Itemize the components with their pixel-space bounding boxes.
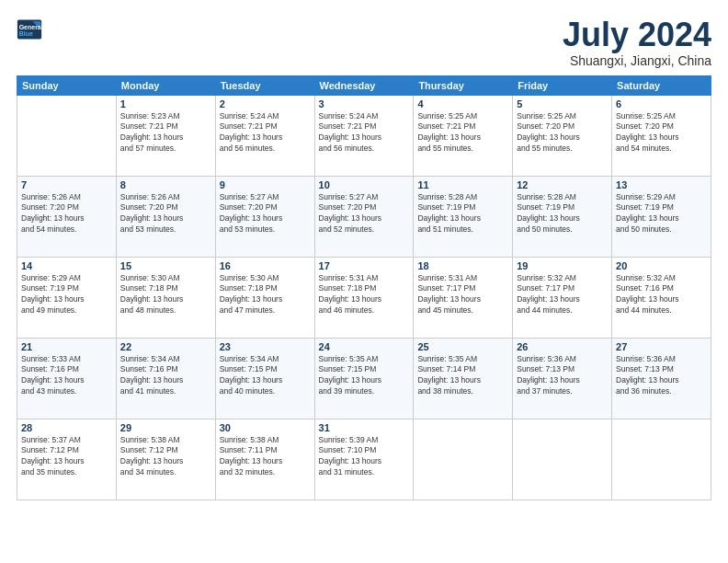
- day-number: 26: [517, 341, 608, 352]
- col-header-tuesday: Tuesday: [215, 75, 314, 95]
- day-number: 28: [21, 422, 112, 433]
- col-header-monday: Monday: [116, 75, 215, 95]
- day-info: Sunrise: 5:24 AM Sunset: 7:21 PM Dayligh…: [220, 111, 311, 155]
- day-cell: 11Sunrise: 5:28 AM Sunset: 7:19 PM Dayli…: [414, 176, 513, 257]
- day-info: Sunrise: 5:38 AM Sunset: 7:12 PM Dayligh…: [120, 435, 211, 479]
- day-info: Sunrise: 5:31 AM Sunset: 7:18 PM Dayligh…: [319, 273, 410, 317]
- week-row-1: 1Sunrise: 5:23 AM Sunset: 7:21 PM Daylig…: [17, 95, 711, 176]
- day-number: 27: [616, 341, 707, 352]
- day-info: Sunrise: 5:23 AM Sunset: 7:21 PM Dayligh…: [120, 111, 211, 155]
- col-header-wednesday: Wednesday: [314, 75, 414, 95]
- day-info: Sunrise: 5:33 AM Sunset: 7:16 PM Dayligh…: [21, 354, 112, 398]
- day-info: Sunrise: 5:35 AM Sunset: 7:15 PM Dayligh…: [319, 354, 410, 398]
- day-number: 31: [319, 422, 410, 433]
- logo-icon: General Blue: [17, 17, 42, 42]
- header: General Blue July 2024 Shuangxi, Jiangxi…: [17, 17, 711, 68]
- day-number: 24: [319, 341, 410, 352]
- day-cell: [612, 419, 711, 500]
- day-info: Sunrise: 5:27 AM Sunset: 7:20 PM Dayligh…: [319, 192, 410, 236]
- day-info: Sunrise: 5:34 AM Sunset: 7:15 PM Dayligh…: [220, 354, 311, 398]
- svg-text:General: General: [19, 24, 42, 30]
- day-info: Sunrise: 5:27 AM Sunset: 7:20 PM Dayligh…: [220, 192, 311, 236]
- day-cell: [17, 95, 117, 176]
- day-cell: 10Sunrise: 5:27 AM Sunset: 7:20 PM Dayli…: [314, 176, 414, 257]
- day-number: 15: [120, 260, 211, 271]
- week-row-3: 14Sunrise: 5:29 AM Sunset: 7:19 PM Dayli…: [17, 257, 711, 338]
- day-info: Sunrise: 5:28 AM Sunset: 7:19 PM Dayligh…: [517, 192, 608, 236]
- day-number: 21: [21, 341, 112, 352]
- day-cell: 24Sunrise: 5:35 AM Sunset: 7:15 PM Dayli…: [314, 338, 414, 419]
- day-cell: 15Sunrise: 5:30 AM Sunset: 7:18 PM Dayli…: [116, 257, 215, 338]
- day-number: 10: [319, 179, 410, 190]
- day-number: 25: [417, 341, 508, 352]
- day-number: 7: [21, 179, 112, 190]
- day-cell: [513, 419, 612, 500]
- day-number: 8: [120, 179, 211, 190]
- day-number: 18: [417, 260, 508, 271]
- title-block: July 2024 Shuangxi, Jiangxi, China: [563, 17, 711, 68]
- day-number: 12: [517, 179, 608, 190]
- day-number: 13: [616, 179, 707, 190]
- day-cell: 1Sunrise: 5:23 AM Sunset: 7:21 PM Daylig…: [116, 95, 215, 176]
- day-cell: 5Sunrise: 5:25 AM Sunset: 7:20 PM Daylig…: [513, 95, 612, 176]
- day-cell: 25Sunrise: 5:35 AM Sunset: 7:14 PM Dayli…: [414, 338, 513, 419]
- location-title: Shuangxi, Jiangxi, China: [563, 53, 711, 68]
- day-cell: 23Sunrise: 5:34 AM Sunset: 7:15 PM Dayli…: [215, 338, 314, 419]
- day-number: 1: [120, 98, 211, 109]
- month-title: July 2024: [563, 17, 711, 53]
- day-info: Sunrise: 5:26 AM Sunset: 7:20 PM Dayligh…: [21, 192, 112, 236]
- day-info: Sunrise: 5:32 AM Sunset: 7:16 PM Dayligh…: [616, 273, 707, 317]
- day-number: 6: [616, 98, 707, 109]
- col-header-friday: Friday: [513, 75, 612, 95]
- day-info: Sunrise: 5:34 AM Sunset: 7:16 PM Dayligh…: [120, 354, 211, 398]
- day-info: Sunrise: 5:32 AM Sunset: 7:17 PM Dayligh…: [517, 273, 608, 317]
- day-number: 9: [220, 179, 311, 190]
- day-cell: 31Sunrise: 5:39 AM Sunset: 7:10 PM Dayli…: [314, 419, 414, 500]
- calendar-table: SundayMondayTuesdayWednesdayThursdayFrid…: [17, 75, 711, 500]
- day-number: 30: [220, 422, 311, 433]
- day-info: Sunrise: 5:24 AM Sunset: 7:21 PM Dayligh…: [319, 111, 410, 155]
- day-info: Sunrise: 5:29 AM Sunset: 7:19 PM Dayligh…: [616, 192, 707, 236]
- day-cell: 7Sunrise: 5:26 AM Sunset: 7:20 PM Daylig…: [17, 176, 117, 257]
- day-info: Sunrise: 5:25 AM Sunset: 7:20 PM Dayligh…: [517, 111, 608, 155]
- day-cell: 8Sunrise: 5:26 AM Sunset: 7:20 PM Daylig…: [116, 176, 215, 257]
- day-info: Sunrise: 5:30 AM Sunset: 7:18 PM Dayligh…: [120, 273, 211, 317]
- day-cell: 3Sunrise: 5:24 AM Sunset: 7:21 PM Daylig…: [314, 95, 414, 176]
- header-row: SundayMondayTuesdayWednesdayThursdayFrid…: [17, 75, 711, 95]
- day-cell: 12Sunrise: 5:28 AM Sunset: 7:19 PM Dayli…: [513, 176, 612, 257]
- week-row-2: 7Sunrise: 5:26 AM Sunset: 7:20 PM Daylig…: [17, 176, 711, 257]
- day-cell: 29Sunrise: 5:38 AM Sunset: 7:12 PM Dayli…: [116, 419, 215, 500]
- day-info: Sunrise: 5:28 AM Sunset: 7:19 PM Dayligh…: [417, 192, 508, 236]
- day-cell: 16Sunrise: 5:30 AM Sunset: 7:18 PM Dayli…: [215, 257, 314, 338]
- day-number: 16: [220, 260, 311, 271]
- day-number: 19: [517, 260, 608, 271]
- day-number: 22: [120, 341, 211, 352]
- day-cell: 4Sunrise: 5:25 AM Sunset: 7:21 PM Daylig…: [414, 95, 513, 176]
- day-info: Sunrise: 5:36 AM Sunset: 7:13 PM Dayligh…: [616, 354, 707, 398]
- logo: General Blue: [17, 17, 42, 42]
- day-number: 5: [517, 98, 608, 109]
- day-cell: 21Sunrise: 5:33 AM Sunset: 7:16 PM Dayli…: [17, 338, 117, 419]
- day-number: 2: [220, 98, 311, 109]
- col-header-sunday: Sunday: [17, 75, 117, 95]
- day-number: 29: [120, 422, 211, 433]
- day-info: Sunrise: 5:39 AM Sunset: 7:10 PM Dayligh…: [319, 435, 410, 479]
- day-cell: 26Sunrise: 5:36 AM Sunset: 7:13 PM Dayli…: [513, 338, 612, 419]
- day-info: Sunrise: 5:31 AM Sunset: 7:17 PM Dayligh…: [417, 273, 508, 317]
- day-number: 14: [21, 260, 112, 271]
- day-cell: 18Sunrise: 5:31 AM Sunset: 7:17 PM Dayli…: [414, 257, 513, 338]
- day-cell: [414, 419, 513, 500]
- day-info: Sunrise: 5:26 AM Sunset: 7:20 PM Dayligh…: [120, 192, 211, 236]
- day-cell: 2Sunrise: 5:24 AM Sunset: 7:21 PM Daylig…: [215, 95, 314, 176]
- calendar-page: General Blue July 2024 Shuangxi, Jiangxi…: [0, 0, 728, 563]
- day-info: Sunrise: 5:36 AM Sunset: 7:13 PM Dayligh…: [517, 354, 608, 398]
- day-cell: 20Sunrise: 5:32 AM Sunset: 7:16 PM Dayli…: [612, 257, 711, 338]
- day-cell: 9Sunrise: 5:27 AM Sunset: 7:20 PM Daylig…: [215, 176, 314, 257]
- day-number: 23: [220, 341, 311, 352]
- day-number: 20: [616, 260, 707, 271]
- day-info: Sunrise: 5:35 AM Sunset: 7:14 PM Dayligh…: [417, 354, 508, 398]
- day-info: Sunrise: 5:37 AM Sunset: 7:12 PM Dayligh…: [21, 435, 112, 479]
- day-cell: 14Sunrise: 5:29 AM Sunset: 7:19 PM Dayli…: [17, 257, 117, 338]
- day-number: 4: [417, 98, 508, 109]
- day-cell: 13Sunrise: 5:29 AM Sunset: 7:19 PM Dayli…: [612, 176, 711, 257]
